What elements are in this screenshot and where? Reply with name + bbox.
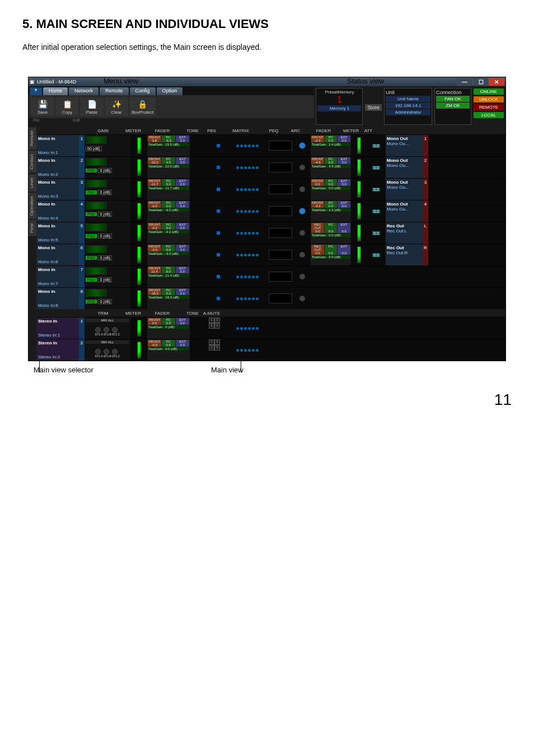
tone-cell[interactable] <box>190 179 209 200</box>
boxprotect-button[interactable]: 🔒BoxProtect <box>129 97 156 116</box>
pad-button[interactable]: PAD <box>86 256 97 260</box>
tone-cell[interactable] <box>190 135 209 156</box>
fbs-cell[interactable] <box>209 157 228 178</box>
fbs-cell[interactable] <box>209 179 228 200</box>
gain-cell[interactable]: PAD 0 (dB) <box>85 179 130 200</box>
peq-cell[interactable] <box>267 200 294 222</box>
tone-cell[interactable] <box>190 157 209 178</box>
arc-cell[interactable] <box>294 266 311 287</box>
gain-slider[interactable] <box>86 180 107 188</box>
matrix-cell[interactable] <box>228 200 267 222</box>
arc-cell[interactable] <box>294 135 311 156</box>
trim-knob[interactable] <box>112 327 118 333</box>
matrix-cell[interactable] <box>228 222 267 244</box>
gain-slider[interactable] <box>86 267 107 275</box>
arc-cell[interactable] <box>294 179 311 200</box>
gain-cell[interactable]: PAD 0 (dB) <box>85 244 130 265</box>
pad-button[interactable]: PAD <box>86 190 97 194</box>
tab-config[interactable]: Config <box>130 87 156 95</box>
gain-cell[interactable]: PAD 0 (dB) <box>85 200 130 222</box>
output-label[interactable]: Mono OutMono Ou... <box>386 179 423 200</box>
gain-slider[interactable] <box>86 158 107 166</box>
matrix-cell[interactable] <box>228 135 267 156</box>
tone-cell[interactable] <box>190 339 209 361</box>
gain-cell[interactable]: 60 (dB) <box>85 135 130 156</box>
pad-button[interactable]: PAD <box>86 169 97 172</box>
selector-operation[interactable]: Operation <box>29 193 36 219</box>
peq-cell[interactable] <box>267 179 294 200</box>
matrix-cell[interactable] <box>228 266 267 287</box>
window-close-button[interactable]: ✕ <box>489 78 504 86</box>
pad-button[interactable]: PAD <box>86 212 97 216</box>
selector-remote[interactable]: Remote <box>29 127 36 150</box>
arc-cell[interactable] <box>294 288 311 309</box>
clear-button[interactable]: ✨Clear <box>105 97 128 116</box>
gain-slider[interactable] <box>86 136 107 144</box>
pad-button[interactable]: PAD <box>86 300 97 304</box>
channel-label[interactable]: Mono InMono In:5 <box>36 222 79 244</box>
copy-button[interactable]: 📋Copy <box>55 97 79 116</box>
arc-cell[interactable] <box>294 222 311 244</box>
peq-cell[interactable] <box>267 157 294 178</box>
channel-label[interactable]: Mono InMono In:3 <box>36 179 79 200</box>
input-fader[interactable]: FRONTPCEXT -18.30.00.0 TotalGain : 18.3 … <box>147 288 190 309</box>
channel-label[interactable]: Stereo InStereo In:1 <box>36 318 79 339</box>
gain-slider[interactable] <box>86 202 107 209</box>
output-label[interactable]: Rec OutRec Out:R <box>386 244 423 265</box>
trim-knob[interactable] <box>95 327 101 333</box>
trim-knob[interactable] <box>112 349 118 354</box>
input-fader[interactable]: FRONTPCEXT 11.40.00.0 TotalGain : 11.4 (… <box>147 266 190 287</box>
input-fader[interactable]: FRONTPCEXT 0.00.00.0 TotalGain : 0 (dB) <box>147 318 190 339</box>
trim-cell[interactable]: MIX ALL ST1-AST1-BST1-C <box>85 318 130 339</box>
att-cell[interactable]: 0.0 <box>367 244 386 265</box>
matrix-cell[interactable] <box>228 157 267 178</box>
tone-cell[interactable] <box>190 222 209 244</box>
channel-label[interactable]: Mono InMono In:8 <box>36 288 79 309</box>
peq-cell[interactable] <box>267 266 294 287</box>
tone-cell[interactable] <box>190 318 209 339</box>
selector-contact[interactable]: Contact <box>29 151 36 173</box>
preset-memory-box[interactable]: PresetMemory 1 Memory 1 <box>316 88 363 125</box>
peq-cell[interactable] <box>267 288 294 309</box>
output-label[interactable]: Mono OutMono Ou... <box>386 157 423 178</box>
output-label[interactable]: Rec OutRec Out:L <box>386 222 423 244</box>
app-menu-dropdown[interactable]: ▾ <box>30 87 42 95</box>
paste-button[interactable]: 📄Paste <box>80 97 104 116</box>
gain-slider[interactable] <box>86 289 107 297</box>
fbs-cell[interactable] <box>209 135 228 156</box>
matrix-cell[interactable] <box>228 339 267 361</box>
tone-cell[interactable] <box>190 244 209 265</box>
input-fader[interactable]: FRONTPCEXT -22.00.00.0 TotalGain : 22.0 … <box>147 157 190 178</box>
window-minimize-button[interactable]: — <box>457 78 472 86</box>
tone-cell[interactable] <box>190 200 209 222</box>
tone-cell[interactable] <box>190 288 209 309</box>
save-button[interactable]: 💾Save <box>31 97 54 116</box>
input-fader[interactable]: FRONTPCEXT -9.00.00.0 TotalGain : 9.0 (d… <box>147 339 190 361</box>
fbs-cell[interactable] <box>209 244 228 265</box>
output-label[interactable]: Mono OutMono Ou... <box>386 200 423 222</box>
trim-knob[interactable] <box>104 327 109 333</box>
tab-network[interactable]: Network <box>69 87 99 95</box>
tab-remote[interactable]: Remote <box>100 87 129 95</box>
matrix-cell[interactable] <box>228 318 267 339</box>
fbs-cell[interactable] <box>209 200 228 222</box>
input-fader[interactable]: FRONTPCEXT 3.8-6.60.0 TotalGain : 15.5 (… <box>147 135 190 156</box>
att-cell[interactable]: 0.0 <box>367 135 386 156</box>
output-fader[interactable]: REC OUTPCEXT 0.00.00.0 TotalGain : 0.0 (… <box>311 244 351 265</box>
gain-slider[interactable] <box>86 245 107 253</box>
selector-flow[interactable]: Flow <box>29 220 36 236</box>
peq-cell[interactable] <box>267 244 294 265</box>
matrix-cell[interactable] <box>228 244 267 265</box>
tab-home[interactable]: Home <box>43 87 68 95</box>
output-fader[interactable]: FRONTPCEXT 0.00.00.0 TotalGain : 0.0 (dB… <box>311 179 351 200</box>
fbs-cell[interactable] <box>209 222 228 244</box>
channel-label[interactable]: Mono InMono In:2 <box>36 157 79 178</box>
matrix-cell[interactable] <box>228 179 267 200</box>
trim-cell[interactable]: MIX ALL ST1-AST1-BST1-C <box>85 339 130 361</box>
peq-cell[interactable] <box>267 135 294 156</box>
att-cell[interactable]: 0.0 <box>367 179 386 200</box>
arc-cell[interactable] <box>294 157 311 178</box>
peq-cell[interactable] <box>267 222 294 244</box>
output-fader[interactable]: FRONTPCEXT -4.50.00.0 TotalGain : 4.5 (d… <box>311 157 351 178</box>
input-fader[interactable]: FRONTPCEXT -9.20.00.0 TotalGain : -9.2 (… <box>147 222 190 244</box>
